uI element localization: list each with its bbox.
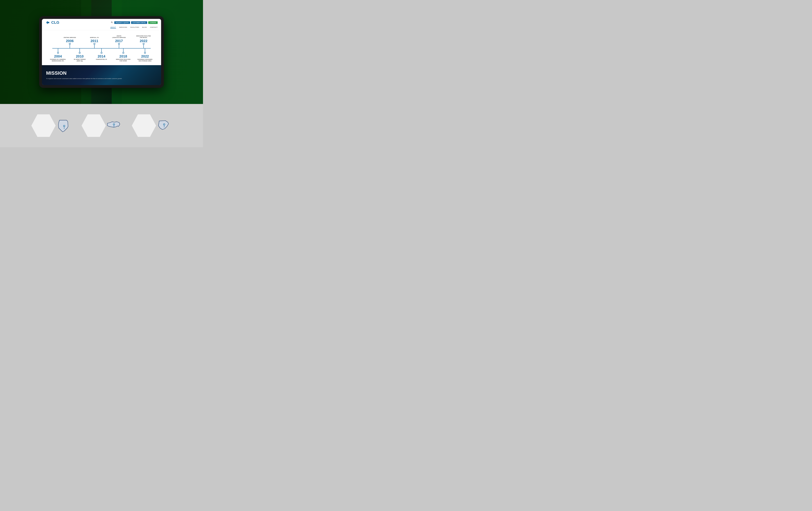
nav-facilities[interactable]: FACILITIES [130,27,139,29]
timeline-stem-2022-top [143,45,144,48]
timeline-year-2006: 2006 [66,39,74,43]
timeline-year-2022-bottom: 2022 [141,54,149,58]
timeline-stem-2006 [69,45,70,48]
timeline-label-2004: FOUNDED AS A GENERALWAREHOUSING 3PL [50,59,66,62]
logo[interactable]: CLG [46,20,59,25]
mission-text: To engineer and execute customized value… [46,78,133,80]
timeline-dot-2006 [69,43,71,45]
timeline-item-2018: 2018 DEDICATED FACILITIESFOR PAPER [113,49,134,62]
header-actions: REQUEST A QUOTE CUSTOMER PORTAL CAREERS [111,21,157,24]
timeline-dot-2022-top [143,43,144,45]
timeline-year-2011: 2011 [91,39,98,43]
customer-portal-button[interactable]: CUSTOMER PORTAL [131,21,147,24]
tablet-frame: CLG REQUEST A QUOTE CUSTOMER PORTAL CARE [39,16,164,88]
svg-marker-0 [47,21,49,24]
kentucky-hex-bg [82,114,106,137]
timeline-year-2010: 2010 [76,54,84,58]
timeline-item-2004: 2004 FOUNDED AS A GENERALWAREHOUSING 3PL [48,49,68,62]
timeline-container: CRATING SERVICES 2006 NORFOLK, VA 2011 [47,35,156,62]
timeline-dot-2010 [79,52,81,54]
svg-point-5 [64,125,65,126]
timeline-dot-2018 [122,52,124,54]
timeline-item-2011: NORFOLK, VA 2011 [84,37,105,48]
timeline-dot-2022-bottom [144,52,146,54]
logo-text: CLG [51,20,59,25]
sc-state-svg [156,118,172,134]
georgia-state-svg [56,118,71,134]
georgia-hex-bg [31,114,56,137]
header-top: CLG REQUEST A QUOTE CUSTOMER PORTAL CARE [46,20,157,25]
timeline-year-2022-top: 2022 [140,39,148,43]
nav-about[interactable]: ABOUT [110,27,116,29]
timeline-dot-2017 [118,43,120,45]
maps-section [0,104,203,147]
mission-section: MISSION To engineer and execute customiz… [42,65,161,85]
site-header: CLG REQUEST A QUOTE CUSTOMER PORTAL CARE [42,19,161,30]
kentucky-state-svg [106,118,121,134]
timeline-item-2010: 2010 50 SONNY PERDUE(NEW HQ) [69,49,90,62]
nav-services[interactable]: SERVICES [119,27,127,29]
map-south-carolina [132,114,172,137]
map-kentucky [82,114,121,137]
timeline-label-2011: NORFOLK, VA [90,37,99,38]
background-scene: CLG REQUEST A QUOTE CUSTOMER PORTAL CARE [0,0,203,104]
timeline-label-2022-bottom: SAVANNAH CONTAINER/VAN STORAGE AREA [138,59,153,62]
timeline-year-2017: 2017 [115,39,123,43]
timeline-item-2006: CRATING SERVICES 2006 [59,37,80,48]
timeline-stem-2017 [119,45,119,48]
timeline-label-2010: 50 SONNY PERDUE(NEW HQ) [74,59,86,62]
mission-content: MISSION To engineer and execute customiz… [46,70,157,80]
timeline-label-2014: CHARLESTON, SC [96,59,107,60]
timeline-item-2022-bottom: 2022 SAVANNAH CONTAINER/VAN STORAGE AREA [135,49,155,62]
timeline-stem-bottom-2010 [80,49,80,52]
map-georgia [31,114,71,137]
timeline-dot-2004 [57,52,59,54]
mission-title: MISSION [46,70,157,76]
svg-point-2 [111,22,112,23]
timeline-year-2004: 2004 [54,54,62,58]
timeline-line [52,48,151,49]
timeline-label-2006: CRATING SERVICES [64,37,76,38]
timeline-year-2018: 2018 [119,54,127,58]
timeline-label-2018: DEDICATED FACILITIESFOR PAPER [116,59,130,62]
timeline-label-2017: ONSITELOGISTICS SERVICES [112,35,126,38]
nav-contact[interactable]: CONTACT [150,27,157,29]
timeline-stem-bottom-2018 [123,49,123,52]
timeline-section: CRATING SERVICES 2006 NORFOLK, VA 2011 [42,30,161,65]
timeline-dot-2014 [100,52,103,54]
careers-button[interactable]: CAREERS [148,21,157,24]
svg-point-9 [164,124,165,125]
logo-icon [46,21,50,24]
timeline-label-2022-top: DEDICATED FACILITIESFOR RETAIL [136,35,151,38]
nav-menu: ABOUT SERVICES FACILITIES BLOG CONTACT [46,26,157,29]
timeline-item-2017: ONSITELOGISTICS SERVICES 2017 [109,35,129,48]
timeline-stem-bottom-2014 [101,49,102,52]
request-quote-button[interactable]: REQUEST A QUOTE [114,21,130,24]
svg-point-7 [113,124,114,125]
timeline-dot-2011 [93,43,95,45]
tablet-screen: CLG REQUEST A QUOTE CUSTOMER PORTAL CARE [42,19,161,85]
timeline-stem-2011 [94,45,94,48]
timeline-item-2022-top: DEDICATED FACILITIESFOR RETAIL 2022 [133,35,154,48]
timeline-item-2014: 2014 CHARLESTON, SC [91,49,112,60]
nav-blog[interactable]: BLOG [142,27,147,29]
svg-line-3 [112,23,113,23]
search-button[interactable] [111,21,113,24]
timeline-stem-bottom-2022 [145,49,145,52]
sc-hex-bg [132,114,156,137]
timeline-year-2014: 2014 [98,54,106,58]
timeline-stem-bottom-2004 [58,49,58,52]
